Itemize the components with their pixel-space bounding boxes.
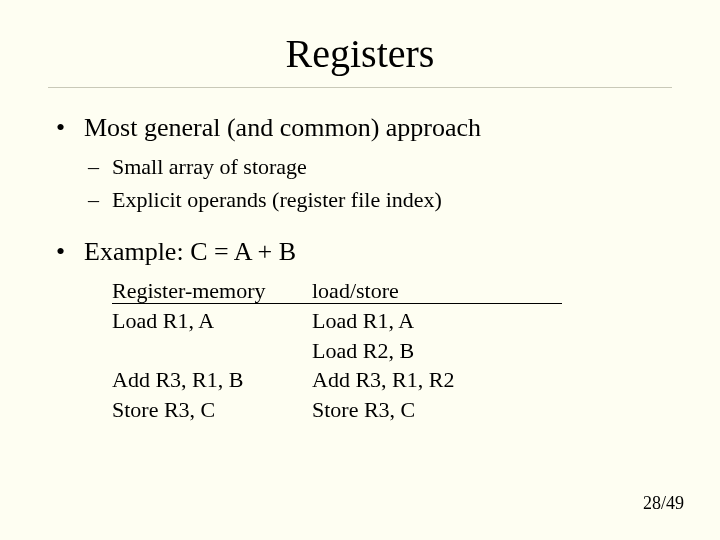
cell-left [112,336,312,366]
table-row: Load R2, B [112,336,672,366]
column-header-row: Register-memory load/store [112,276,672,306]
cell-left: Store R3, C [112,395,312,425]
bullet-list: Most general (and common) approach Small… [48,110,672,425]
cell-right: Store R3, C [312,395,572,425]
column-header-right: load/store [312,276,572,306]
bullet-text: Most general (and common) approach [84,113,481,142]
example-columns: Register-memory load/store Load R1, A Lo… [84,276,672,424]
table-row: Store R3, C Store R3, C [112,395,672,425]
bullet-item: Example: C = A + B [84,234,672,270]
cell-left: Add R3, R1, B [112,365,312,395]
slide: Registers Most general (and common) appr… [0,0,720,540]
table-row: Load R1, A Load R1, A [112,306,672,336]
cell-right: Load R1, A [312,306,572,336]
sub-bullet-text: Small array of storage [112,154,307,179]
header-underline [112,303,562,304]
title-divider [48,87,672,88]
bullet-item: Most general (and common) approach [84,110,672,146]
sub-bullet-text: Explicit operands (register file index) [112,187,442,212]
page-number: 28/49 [643,493,684,514]
sub-bullet-item: Explicit operands (register file index) [112,185,672,216]
column-header-left: Register-memory [112,276,312,306]
cell-left: Load R1, A [112,306,312,336]
cell-right: Load R2, B [312,336,572,366]
table-row: Add R3, R1, B Add R3, R1, R2 [112,365,672,395]
slide-title: Registers [48,30,672,77]
cell-right: Add R3, R1, R2 [312,365,572,395]
sub-bullet-item: Small array of storage [112,152,672,183]
sub-bullet-list: Small array of storage Explicit operands… [84,152,672,216]
bullet-text: Example: C = A + B [84,237,296,266]
